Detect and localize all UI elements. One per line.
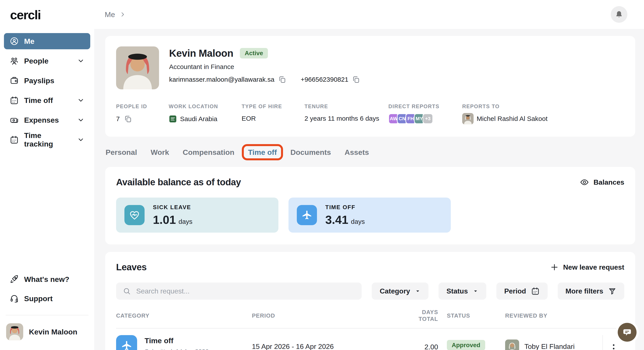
status-filter-label: Status: [446, 287, 468, 295]
sidebar-item-expenses[interactable]: Expenses: [4, 112, 90, 128]
calendar-icon: [10, 96, 19, 105]
chevron-down-icon: [77, 57, 84, 64]
sidebar-user-name: Kevin Maloon: [29, 328, 77, 336]
tab-work[interactable]: Work: [151, 146, 169, 158]
tab-assets[interactable]: Assets: [344, 146, 369, 158]
app-root: cercli Me People Payslips Time off: [0, 0, 644, 350]
balance-section: Available balance as of today Balances S…: [105, 167, 635, 244]
chevron-down-icon: [77, 96, 84, 104]
status-filter-dropdown[interactable]: Status: [438, 282, 486, 300]
chat-fab-backdrop: [616, 321, 639, 344]
category-filter-dropdown[interactable]: Category: [372, 282, 428, 300]
new-leave-request-label: New leave request: [563, 263, 624, 271]
field-people-id: PEOPLE ID 7: [116, 104, 169, 124]
copy-people-id-icon[interactable]: [124, 115, 132, 123]
sidebar-item-label: People: [24, 57, 48, 65]
col-header-status: STATUS: [438, 312, 500, 319]
balance-unit: days: [351, 218, 365, 226]
field-reports-to: REPORTS TO Michel Rashid Al Sakoot: [462, 104, 624, 124]
sidebar-item-me[interactable]: Me: [4, 33, 90, 49]
reviewer-avatar: [505, 340, 519, 350]
leaves-title: Leaves: [116, 262, 146, 272]
profile-avatar: [116, 46, 159, 89]
tab-compensation[interactable]: Compensation: [183, 146, 234, 158]
table-header: CATEGORY PERIOD DAYS TOTAL STATUS REVIEW…: [116, 309, 624, 328]
top-bar: Me: [94, 0, 644, 29]
profile-phone: +966562390821: [301, 76, 348, 83]
tab-documents[interactable]: Documents: [290, 146, 331, 158]
eye-icon: [580, 178, 589, 187]
chat-button[interactable]: [618, 323, 636, 342]
sidebar-user[interactable]: Kevin Maloon: [4, 323, 90, 340]
balances-button[interactable]: Balances: [580, 178, 624, 187]
report-overflow-chip[interactable]: +3: [422, 114, 433, 124]
sidebar-item-time-tracking[interactable]: Time tracking: [4, 132, 90, 148]
profile-email: karimnasser.maloon@yallawarak.sa: [169, 76, 274, 83]
field-work-location: WORK LOCATION Saudi Arabia: [169, 104, 242, 124]
balance-value: 3.41: [325, 213, 348, 226]
copy-phone-icon[interactable]: [352, 75, 360, 84]
people-icon: [10, 56, 19, 66]
profile-card: Kevin Maloon Active Accountant in Financ…: [105, 36, 635, 137]
plus-icon: [550, 263, 559, 272]
col-header-reviewed-by: REVIEWED BY: [500, 312, 602, 319]
banknote-icon: [10, 116, 19, 124]
col-header-period: PERIOD: [252, 312, 405, 319]
row-actions-menu-icon[interactable]: [611, 344, 616, 350]
period-filter-button[interactable]: Period: [496, 282, 548, 300]
caret-down-icon: [473, 288, 478, 294]
period-filter-label: Period: [504, 287, 526, 295]
chat-bubble-icon: [622, 327, 632, 337]
user-avatar: [6, 323, 23, 340]
balance-value: 1.01: [153, 213, 176, 226]
balance-unit: days: [178, 218, 192, 226]
table-row[interactable]: Time off Submitted: 14 Apr 2026 15 Apr 2…: [116, 328, 624, 350]
support-label: Support: [24, 294, 52, 303]
field-direct-reports: DIRECT REPORTS AW CN FH MY +3: [388, 104, 462, 124]
sidebar-item-payslips[interactable]: Payslips: [4, 72, 90, 89]
brand-logo: cercli: [4, 8, 90, 22]
people-id-value: 7: [116, 115, 120, 123]
row-submitted-date: Submitted: 14 Apr 2026: [144, 348, 209, 350]
breadcrumb[interactable]: Me: [105, 10, 126, 19]
row-period: 15 Apr 2026 - 16 Apr 2026: [252, 335, 405, 350]
col-header-category: CATEGORY: [116, 312, 252, 319]
chevron-down-icon: [77, 116, 84, 124]
sidebar-item-people[interactable]: People: [4, 53, 90, 69]
notifications-button[interactable]: [611, 6, 627, 23]
row-days-total: 2.00: [405, 335, 438, 350]
main-area: Me Kevin Maloon Active: [94, 0, 644, 350]
profile-tabs: Personal Work Compensation Time off Docu…: [105, 137, 635, 167]
balance-card-time-off: TIME OFF 3.41 days: [288, 198, 451, 232]
field-tenure: TENURE 2 years 11 months 6 days: [304, 104, 388, 124]
breadcrumb-item[interactable]: Me: [105, 10, 115, 19]
new-leave-request-button[interactable]: New leave request: [550, 263, 624, 272]
copy-email-icon[interactable]: [278, 75, 286, 84]
balance-label: TIME OFF: [325, 204, 365, 211]
tab-time-off[interactable]: Time off: [248, 148, 277, 156]
support-button[interactable]: Support: [4, 290, 90, 307]
saudi-arabia-flag-icon: [169, 115, 177, 123]
sidebar: cercli Me People Payslips Time off: [0, 0, 94, 350]
search-input[interactable]: [136, 287, 355, 295]
tab-personal[interactable]: Personal: [106, 146, 137, 158]
sidebar-item-label: Payslips: [24, 76, 54, 85]
field-type-of-hire: TYPE OF HIRE EOR: [242, 104, 304, 124]
calendar-icon: [531, 287, 540, 296]
caret-down-icon: [415, 288, 420, 294]
more-filters-button[interactable]: More filters: [558, 282, 624, 300]
content: Kevin Maloon Active Accountant in Financ…: [94, 29, 644, 350]
plane-icon: [297, 205, 317, 225]
sidebar-item-label: Time tracking: [24, 131, 72, 148]
sidebar-item-time-off[interactable]: Time off: [4, 92, 90, 108]
rocket-icon: [10, 275, 19, 284]
heart-pulse-icon: [124, 205, 144, 225]
profile-name: Kevin Maloon: [169, 47, 233, 59]
type-of-hire-value: EOR: [242, 115, 256, 122]
balance-card-sick-leave: SICK LEAVE 1.01 days: [116, 198, 278, 232]
balance-label: SICK LEAVE: [153, 204, 192, 211]
calendar-icon: [10, 135, 19, 144]
search-icon: [123, 287, 131, 296]
more-filters-label: More filters: [566, 287, 603, 295]
whats-new-button[interactable]: What's new?: [4, 271, 90, 287]
